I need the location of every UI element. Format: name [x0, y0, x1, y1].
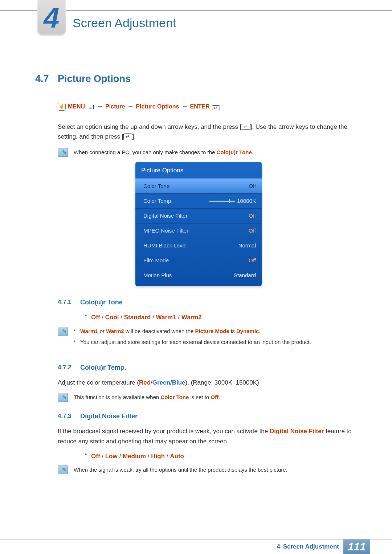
- sub-num: 4.7.3: [58, 411, 80, 422]
- enter-icon: [212, 105, 220, 110]
- sub473-body: If the broadcast signal received by your…: [58, 426, 362, 446]
- arrow-icon: →: [181, 101, 188, 112]
- bc-menu: MENU: [68, 102, 85, 111]
- option: Standard: [124, 314, 151, 321]
- page-number: 111: [343, 539, 370, 554]
- osd-value: 10000K: [209, 197, 256, 205]
- section-number: 4.7: [35, 71, 58, 87]
- color-tone-options: Off / Cool / Standard / Warm1 / Warm2: [85, 312, 362, 322]
- osd-value: Off: [249, 226, 256, 235]
- chapter-number: 4: [44, 5, 59, 30]
- sub472-note: This function is only available when Col…: [58, 393, 362, 402]
- note-icon: [58, 465, 68, 474]
- osd-value: Off: [249, 182, 256, 190]
- option: Warm1: [156, 314, 176, 321]
- bc-picture-options: Picture Options: [136, 102, 179, 111]
- option: Auto: [170, 453, 184, 460]
- sub471-note: Warm1 or Warm2 will be deactivated when …: [58, 327, 362, 353]
- osd-label: Film Mode: [143, 256, 169, 265]
- content: 4.7 Picture Options ☝ MENU → Picture → P…: [35, 71, 362, 479]
- osd-label: HDMI Black Level: [143, 241, 187, 250]
- osd-value: Off: [249, 256, 256, 265]
- section-heading: 4.7 Picture Options: [35, 71, 362, 87]
- dnf-options: Off / Low / Medium / High / Auto: [85, 451, 362, 461]
- osd-row[interactable]: Digital Noise FilterOff: [135, 208, 262, 223]
- osd-panel: Picture Options Color ToneOffColor Temp.…: [135, 162, 262, 286]
- note-text: When the signal is weak, try all the opt…: [74, 465, 362, 474]
- bc-picture: Picture: [105, 102, 125, 111]
- note-icon: [58, 327, 68, 336]
- osd-label: Color Tone: [143, 182, 170, 190]
- section-title: Picture Options: [58, 71, 131, 87]
- option-list: Off / Cool / Standard / Warm1 / Warm2: [85, 312, 362, 322]
- page-footer: 4 Screen Adjustment 111: [0, 539, 392, 554]
- subsection-471: 4.7.1 Colo(u)r Tone: [58, 297, 362, 308]
- note-bullet-2: You can adjust and store settings for ea…: [74, 338, 311, 346]
- osd-row[interactable]: Motion PlusStandard: [135, 268, 262, 283]
- osd-label: Color Temp.: [143, 197, 173, 205]
- footer-chapter-number: 4: [277, 542, 280, 551]
- osd-row[interactable]: Color Temp.10000K: [135, 193, 262, 208]
- sub472-body: Adjust the color temperature (Red/Green/…: [58, 378, 362, 387]
- note-bullet-1: Warm1 or Warm2 will be deactivated when …: [74, 327, 311, 336]
- sub-title: Digital Noise Filter: [80, 411, 138, 422]
- intro-text: Select an option using the up and down a…: [58, 122, 362, 141]
- sub-num: 4.7.1: [58, 297, 80, 308]
- enter-key-icon: [123, 134, 132, 139]
- slider-icon: [209, 201, 235, 202]
- osd-value: Standard: [234, 271, 256, 280]
- option: Warm2: [181, 314, 202, 321]
- osd-row[interactable]: HDMI Black LevelNormal: [135, 238, 262, 253]
- hand-icon: ☝: [58, 103, 66, 111]
- sub-title: Colo(u)r Tone: [80, 297, 123, 308]
- osd-value: Off: [249, 212, 256, 220]
- option: Off: [91, 314, 100, 321]
- option: Cool: [105, 314, 119, 321]
- subsection-472: 4.7.2 Colo(u)r Temp.: [58, 362, 362, 373]
- option-list: Off / Low / Medium / High / Auto: [85, 451, 362, 461]
- osd-label: Motion Plus: [143, 271, 172, 280]
- osd-value: Normal: [238, 241, 256, 250]
- chapter-title: Screen Adjustment: [73, 13, 176, 33]
- option: Off: [91, 453, 100, 460]
- sub-title: Colo(u)r Temp.: [80, 362, 126, 373]
- arrow-icon: →: [97, 101, 103, 112]
- osd-row[interactable]: Film ModeOff: [135, 253, 262, 268]
- menu-path: ☝ MENU → Picture → Picture Options → ENT…: [58, 101, 362, 112]
- note-text: When connecting a PC, you can only make …: [74, 148, 362, 157]
- intro-t1: Select an option using the up and down a…: [58, 123, 242, 130]
- intro-t3: ].: [132, 133, 135, 140]
- sub473-note: When the signal is weak, try all the opt…: [58, 465, 362, 474]
- chapter-badge: 4: [37, 0, 66, 36]
- note-text: This function is only available when Col…: [74, 393, 362, 402]
- osd-row[interactable]: MPEG Noise FilterOff: [135, 223, 262, 238]
- subsection-473: 4.7.3 Digital Noise Filter: [58, 411, 362, 422]
- bc-enter: ENTER: [190, 102, 209, 111]
- osd-row[interactable]: Color ToneOff: [135, 178, 262, 193]
- arrow-icon: →: [127, 101, 134, 112]
- enter-key-icon: [242, 124, 250, 130]
- sub-num: 4.7.2: [58, 362, 80, 373]
- note-icon: [58, 393, 68, 402]
- option: High: [151, 453, 165, 460]
- osd-title: Picture Options: [135, 162, 262, 178]
- note-icon: [58, 148, 68, 157]
- option: Low: [105, 453, 118, 460]
- note-pc: When connecting a PC, you can only make …: [58, 148, 362, 157]
- osd-label: Digital Noise Filter: [143, 212, 188, 220]
- menu-icon: [88, 105, 94, 109]
- footer-chapter-title: Screen Adjustment: [283, 542, 339, 551]
- osd-bottom: [135, 283, 262, 286]
- osd-label: MPEG Noise Filter: [143, 226, 188, 235]
- option: Medium: [123, 453, 146, 460]
